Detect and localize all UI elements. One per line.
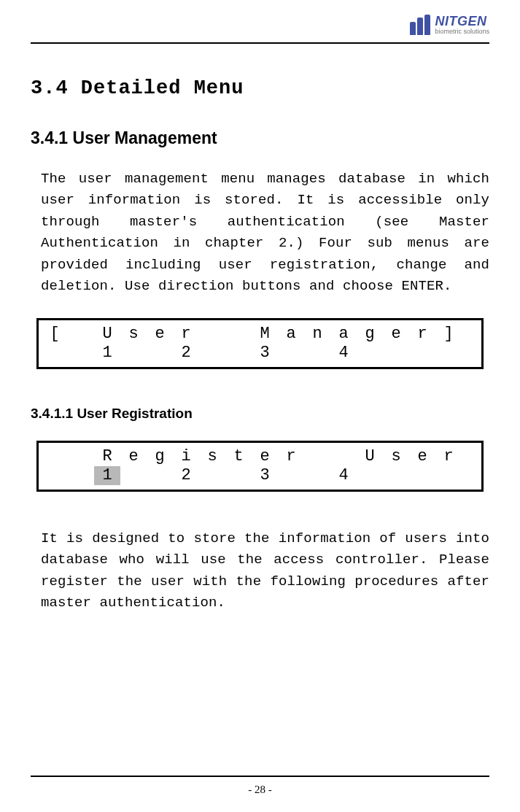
lcd-cell: g [147, 447, 173, 466]
lcd-cell [357, 466, 383, 485]
lcd-cell [383, 466, 409, 485]
lcd-cell [383, 344, 409, 363]
page-header: NITGEN biometric solutions [31, 0, 489, 41]
lcd-cell: a [330, 325, 357, 344]
lcd-cell [409, 466, 435, 485]
lcd-cell: 3 [252, 466, 278, 485]
lcd-cell [304, 447, 330, 466]
lcd-cell: r [409, 325, 435, 344]
lcd-cell [68, 325, 94, 344]
lcd-cell: [ [42, 325, 68, 344]
footer-divider [31, 776, 489, 777]
lcd-cell: e [409, 447, 435, 466]
lcd-cell [199, 466, 225, 485]
lcd-cell: n [304, 325, 330, 344]
lcd-cell [435, 466, 462, 485]
lcd-cell [199, 344, 225, 363]
lcd-cell [225, 466, 252, 485]
lcd-cell: r [278, 447, 304, 466]
lcd-cell [278, 466, 304, 485]
lcd-cell [357, 344, 383, 363]
paragraph-user-management: The user management menu manages databas… [31, 169, 489, 298]
lcd-cell [68, 447, 94, 466]
lcd-cell: e [383, 325, 409, 344]
lcd-cell: r [173, 325, 199, 344]
lcd-cell: 1 [94, 466, 120, 485]
lcd-cell: ] [435, 325, 462, 344]
page-content: 3.4 Detailed Menu 3.4.1 User Management … [31, 44, 489, 614]
lcd-cell: e [147, 325, 173, 344]
lcd-cell [120, 466, 147, 485]
lcd-cell: r [435, 447, 462, 466]
lcd-cell: e [252, 447, 278, 466]
logo-title: NITGEN [435, 15, 489, 28]
lcd-cell [409, 344, 435, 363]
lcd-cell: U [94, 325, 120, 344]
logo-bars-icon [410, 15, 430, 35]
lcd-display-user-manager: [UserManager] 1234 [36, 318, 484, 369]
lcd-cell [435, 344, 462, 363]
lcd-cell: 2 [173, 344, 199, 363]
lcd-cell: 3 [252, 344, 278, 363]
lcd-cell [304, 466, 330, 485]
lcd-cell [68, 466, 94, 485]
paragraph-register-user: It is designed to store the information … [31, 528, 489, 614]
lcd-cell: 4 [330, 344, 357, 363]
logo-text: NITGEN biometric solutions [435, 15, 489, 35]
page-footer: - 28 - [31, 776, 489, 796]
logo: NITGEN biometric solutions [410, 15, 489, 35]
lcd-cell [225, 344, 252, 363]
lcd-row: [UserManager] [39, 325, 481, 344]
lcd-cell: a [278, 325, 304, 344]
lcd-cell: M [252, 325, 278, 344]
lcd-cell: s [383, 447, 409, 466]
lcd-cell [42, 344, 68, 363]
subsection-heading: 3.4.1 User Management [31, 128, 489, 148]
logo-subtitle: biometric solutions [435, 28, 489, 35]
lcd-cell [147, 466, 173, 485]
lcd-cell: g [357, 325, 383, 344]
lcd-display-register-user: RegisterUser 1234 [36, 441, 484, 492]
lcd-cell: U [357, 447, 383, 466]
lcd-cell [42, 466, 68, 485]
lcd-cell [199, 325, 225, 344]
lcd-cell: s [199, 447, 225, 466]
lcd-cell: s [120, 325, 147, 344]
lcd-cell [278, 344, 304, 363]
lcd-cell: 4 [330, 466, 357, 485]
lcd-cell [120, 344, 147, 363]
lcd-row: 1234 [39, 466, 481, 485]
lcd-cell [304, 344, 330, 363]
subsubsection-heading: 3.4.1.1 User Registration [31, 406, 489, 422]
lcd-cell [330, 447, 357, 466]
lcd-cell: e [120, 447, 147, 466]
lcd-cell [42, 447, 68, 466]
page-number: - 28 - [248, 784, 272, 795]
section-heading: 3.4 Detailed Menu [31, 77, 489, 99]
lcd-cell: R [94, 447, 120, 466]
lcd-cell [147, 344, 173, 363]
lcd-cell: 1 [94, 344, 120, 363]
lcd-cell [68, 344, 94, 363]
lcd-cell: t [225, 447, 252, 466]
lcd-cell: i [173, 447, 199, 466]
lcd-row: 1234 [39, 344, 481, 363]
lcd-cell: 2 [173, 466, 199, 485]
lcd-row: RegisterUser [39, 447, 481, 466]
lcd-cell [225, 325, 252, 344]
